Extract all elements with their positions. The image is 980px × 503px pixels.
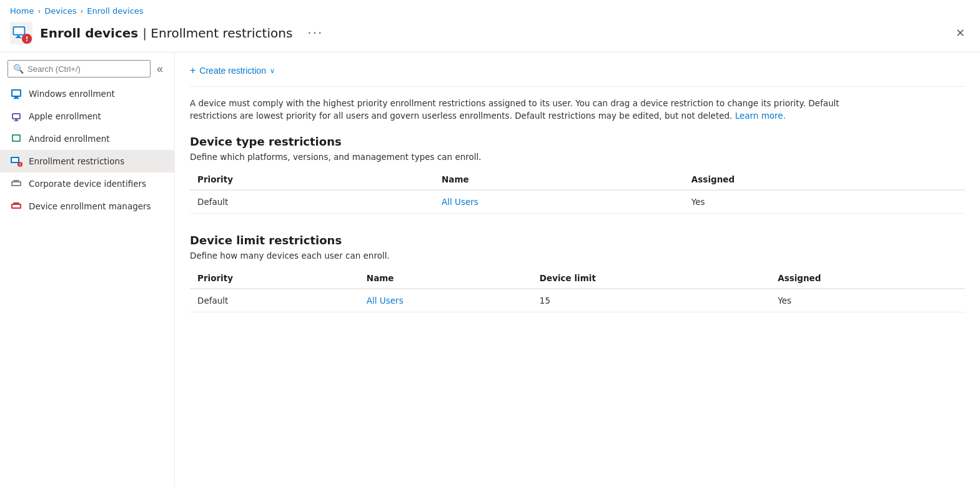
sidebar-item-windows-enrollment[interactable]: Windows enrollment (0, 82, 174, 105)
svg-rect-25 (12, 205, 20, 207)
svg-rect-22 (12, 182, 20, 185)
svg-rect-23 (13, 180, 19, 181)
device-limit-section-title: Device limit restrictions (190, 234, 965, 247)
sidebar-item-label: Device enrollment managers (29, 201, 151, 211)
breadcrumb-enroll-devices[interactable]: Enroll devices (87, 6, 143, 16)
sidebar-item-apple-enrollment[interactable]: Apple enrollment (0, 105, 174, 127)
table-row: Default All Users Yes (190, 190, 965, 214)
svg-text:!: ! (19, 162, 21, 167)
header-more-options[interactable]: ··· (307, 26, 323, 41)
breadcrumb-devices[interactable]: Devices (44, 6, 76, 16)
plus-icon: + (190, 65, 196, 76)
create-restriction-button[interactable]: + Create restriction ∨ (190, 62, 275, 79)
sidebar-item-android-enrollment[interactable]: Android enrollment (0, 127, 174, 150)
cell-priority: Default (190, 289, 359, 312)
cell-assigned: Yes (770, 289, 965, 312)
enrollment-managers-icon (10, 200, 22, 212)
close-button[interactable]: ✕ (951, 24, 970, 42)
sidebar-item-label: Apple enrollment (29, 111, 101, 121)
main-content: + Create restriction ∨ A device must com… (175, 52, 980, 487)
breadcrumb-home[interactable]: Home (10, 6, 34, 16)
create-restriction-label: Create restriction (199, 66, 266, 76)
table-row: Default All Users 15 Yes (190, 289, 965, 312)
col-priority: Priority (190, 268, 359, 289)
sidebar-item-corporate-device-identifiers[interactable]: Corporate device identifiers (0, 172, 174, 195)
enrollment-restrictions-icon: ! (10, 155, 22, 167)
svg-rect-2 (14, 27, 24, 34)
page-title: Enroll devices | Enrollment restrictions (40, 26, 292, 41)
col-name: Name (359, 268, 532, 289)
col-priority: Priority (190, 169, 434, 190)
learn-more-link[interactable]: Learn more. (735, 111, 786, 121)
svg-rect-9 (14, 97, 18, 98)
android-icon (10, 132, 22, 145)
device-limit-table-header-row: Priority Name Device limit Assigned (190, 268, 965, 289)
device-type-table: Priority Name Assigned Default All Users… (190, 169, 965, 214)
col-device-limit: Device limit (532, 268, 770, 289)
cell-assigned: Yes (684, 190, 965, 214)
device-limit-section-subtitle: Define how many devices each user can en… (190, 251, 965, 261)
svg-rect-3 (17, 36, 20, 37)
svg-rect-4 (16, 37, 21, 38)
svg-rect-13 (15, 119, 17, 121)
device-limit-table: Priority Name Device limit Assigned Defa… (190, 268, 965, 312)
page-header: ! Enroll devices | Enrollment restrictio… (0, 19, 980, 52)
sidebar-item-label: Corporate device identifiers (29, 179, 146, 189)
col-name: Name (434, 169, 684, 190)
svg-rect-18 (12, 158, 18, 162)
col-assigned: Assigned (770, 268, 965, 289)
apple-icon (10, 110, 22, 122)
corporate-device-icon (10, 177, 22, 190)
cell-name[interactable]: All Users (359, 289, 532, 312)
sidebar-item-device-enrollment-managers[interactable]: Device enrollment managers (0, 195, 174, 217)
svg-rect-10 (13, 98, 19, 99)
svg-rect-12 (13, 114, 19, 118)
sidebar-item-label: Enrollment restrictions (29, 156, 124, 166)
search-box[interactable]: 🔍 (7, 60, 151, 77)
collapse-sidebar-button[interactable]: « (153, 61, 167, 77)
sidebar-item-label: Android enrollment (29, 134, 110, 144)
cell-name[interactable]: All Users (434, 190, 684, 214)
device-type-table-header-row: Priority Name Assigned (190, 169, 965, 190)
device-type-section-subtitle: Define which platforms, versions, and ma… (190, 152, 965, 162)
col-assigned: Assigned (684, 169, 965, 190)
dropdown-chevron-icon: ∨ (270, 67, 275, 75)
page-icon: ! (10, 22, 32, 44)
svg-rect-14 (14, 121, 19, 121)
breadcrumb: Home › Devices › Enroll devices (0, 0, 980, 19)
search-input[interactable] (27, 64, 145, 74)
sidebar: 🔍 « Windows enrollment (0, 52, 175, 487)
windows-icon (10, 87, 22, 100)
sidebar-item-label: Windows enrollment (29, 89, 115, 99)
main-layout: 🔍 « Windows enrollment (0, 52, 980, 487)
svg-text:!: ! (26, 36, 29, 42)
svg-rect-16 (13, 136, 19, 141)
sidebar-item-enrollment-restrictions[interactable]: ! Enrollment restrictions (0, 150, 174, 172)
toolbar: + Create restriction ∨ (190, 52, 965, 87)
device-type-section-title: Device type restrictions (190, 135, 965, 148)
search-icon: 🔍 (13, 64, 24, 74)
cell-priority: Default (190, 190, 434, 214)
svg-rect-26 (13, 202, 19, 204)
info-text: A device must comply with the highest pr… (190, 97, 846, 122)
cell-device-limit: 15 (532, 289, 770, 312)
svg-rect-8 (12, 91, 20, 96)
